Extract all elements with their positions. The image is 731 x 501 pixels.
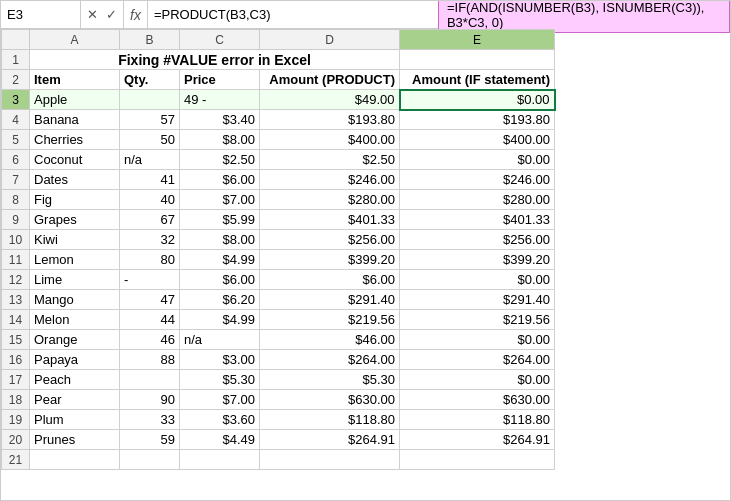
- cell-c18[interactable]: $7.00: [180, 390, 260, 410]
- cell-a16[interactable]: Papaya: [30, 350, 120, 370]
- cell-b12[interactable]: -: [120, 270, 180, 290]
- cell-e21[interactable]: [400, 450, 555, 470]
- col-header-d[interactable]: D: [260, 30, 400, 50]
- cell-e8[interactable]: $280.00: [400, 190, 555, 210]
- cell-d15[interactable]: $46.00: [260, 330, 400, 350]
- cell-a21[interactable]: [30, 450, 120, 470]
- cell-c16[interactable]: $3.00: [180, 350, 260, 370]
- cell-d18[interactable]: $630.00: [260, 390, 400, 410]
- cell-b5[interactable]: 50: [120, 130, 180, 150]
- cell-e3[interactable]: $0.00: [400, 90, 555, 110]
- cell-d19[interactable]: $118.80: [260, 410, 400, 430]
- header-qty[interactable]: Qty.: [120, 70, 180, 90]
- cell-e11[interactable]: $399.20: [400, 250, 555, 270]
- cell-c10[interactable]: $8.00: [180, 230, 260, 250]
- col-header-c[interactable]: C: [180, 30, 260, 50]
- cell-c20[interactable]: $4.49: [180, 430, 260, 450]
- cell-c6[interactable]: $2.50: [180, 150, 260, 170]
- cell-b18[interactable]: 90: [120, 390, 180, 410]
- cell-a15[interactable]: Orange: [30, 330, 120, 350]
- cell-c4[interactable]: $3.40: [180, 110, 260, 130]
- cell-b9[interactable]: 67: [120, 210, 180, 230]
- cell-b21[interactable]: [120, 450, 180, 470]
- cell-e20[interactable]: $264.91: [400, 430, 555, 450]
- cell-b8[interactable]: 40: [120, 190, 180, 210]
- cell-b19[interactable]: 33: [120, 410, 180, 430]
- cell-d14[interactable]: $219.56: [260, 310, 400, 330]
- cell-e18[interactable]: $630.00: [400, 390, 555, 410]
- cell-d5[interactable]: $400.00: [260, 130, 400, 150]
- cell-b11[interactable]: 80: [120, 250, 180, 270]
- cancel-icon[interactable]: ✕: [85, 7, 100, 22]
- cell-d6[interactable]: $2.50: [260, 150, 400, 170]
- cell-d20[interactable]: $264.91: [260, 430, 400, 450]
- cell-d21[interactable]: [260, 450, 400, 470]
- cell-c17[interactable]: $5.30: [180, 370, 260, 390]
- cell-e4[interactable]: $193.80: [400, 110, 555, 130]
- cell-b3[interactable]: [120, 90, 180, 110]
- cell-c21[interactable]: [180, 450, 260, 470]
- cell-a9[interactable]: Grapes: [30, 210, 120, 230]
- cell-e7[interactable]: $246.00: [400, 170, 555, 190]
- cell-a13[interactable]: Mango: [30, 290, 120, 310]
- cell-b6[interactable]: n/a: [120, 150, 180, 170]
- cell-e12[interactable]: $0.00: [400, 270, 555, 290]
- cell-a6[interactable]: Coconut: [30, 150, 120, 170]
- col-header-b[interactable]: B: [120, 30, 180, 50]
- cell-d17[interactable]: $5.30: [260, 370, 400, 390]
- cell-c8[interactable]: $7.00: [180, 190, 260, 210]
- cell-b20[interactable]: 59: [120, 430, 180, 450]
- cell-c15[interactable]: n/a: [180, 330, 260, 350]
- cell-d3[interactable]: $49.00: [260, 90, 400, 110]
- cell-b16[interactable]: 88: [120, 350, 180, 370]
- cell-c9[interactable]: $5.99: [180, 210, 260, 230]
- cell-c12[interactable]: $6.00: [180, 270, 260, 290]
- cell-a8[interactable]: Fig: [30, 190, 120, 210]
- cell-a5[interactable]: Cherries: [30, 130, 120, 150]
- cell-b10[interactable]: 32: [120, 230, 180, 250]
- col-header-e[interactable]: E: [400, 30, 555, 50]
- cell-e16[interactable]: $264.00: [400, 350, 555, 370]
- cell-b17[interactable]: [120, 370, 180, 390]
- cell-e1[interactable]: [400, 50, 555, 70]
- confirm-icon[interactable]: ✓: [104, 7, 119, 22]
- cell-b7[interactable]: 41: [120, 170, 180, 190]
- cell-e17[interactable]: $0.00: [400, 370, 555, 390]
- cell-a7[interactable]: Dates: [30, 170, 120, 190]
- cell-c19[interactable]: $3.60: [180, 410, 260, 430]
- cell-a11[interactable]: Lemon: [30, 250, 120, 270]
- col-header-a[interactable]: A: [30, 30, 120, 50]
- header-price[interactable]: Price: [180, 70, 260, 90]
- cell-a4[interactable]: Banana: [30, 110, 120, 130]
- cell-b15[interactable]: 46: [120, 330, 180, 350]
- cell-d13[interactable]: $291.40: [260, 290, 400, 310]
- cell-e15[interactable]: $0.00: [400, 330, 555, 350]
- cell-c5[interactable]: $8.00: [180, 130, 260, 150]
- cell-a3[interactable]: Apple: [30, 90, 120, 110]
- cell-d4[interactable]: $193.80: [260, 110, 400, 130]
- cell-d7[interactable]: $246.00: [260, 170, 400, 190]
- header-amount-if[interactable]: Amount (IF statement): [400, 70, 555, 90]
- cell-d11[interactable]: $399.20: [260, 250, 400, 270]
- cell-e9[interactable]: $401.33: [400, 210, 555, 230]
- cell-a14[interactable]: Melon: [30, 310, 120, 330]
- cell-d8[interactable]: $280.00: [260, 190, 400, 210]
- cell-d10[interactable]: $256.00: [260, 230, 400, 250]
- cell-a20[interactable]: Prunes: [30, 430, 120, 450]
- formula-input-right[interactable]: =IF(AND(ISNUMBER(B3), ISNUMBER(C3)), B3*…: [438, 0, 730, 33]
- cell-b13[interactable]: 47: [120, 290, 180, 310]
- cell-a18[interactable]: Pear: [30, 390, 120, 410]
- header-amount-product[interactable]: Amount (PRODUCT): [260, 70, 400, 90]
- cell-e6[interactable]: $0.00: [400, 150, 555, 170]
- cell-b4[interactable]: 57: [120, 110, 180, 130]
- cell-ref-box[interactable]: E3: [1, 1, 81, 28]
- cell-e13[interactable]: $291.40: [400, 290, 555, 310]
- cell-e14[interactable]: $219.56: [400, 310, 555, 330]
- cell-e10[interactable]: $256.00: [400, 230, 555, 250]
- cell-c3[interactable]: 49 -: [180, 90, 260, 110]
- cell-a17[interactable]: Peach: [30, 370, 120, 390]
- cell-a12[interactable]: Lime: [30, 270, 120, 290]
- cell-e19[interactable]: $118.80: [400, 410, 555, 430]
- cell-c7[interactable]: $6.00: [180, 170, 260, 190]
- cell-a19[interactable]: Plum: [30, 410, 120, 430]
